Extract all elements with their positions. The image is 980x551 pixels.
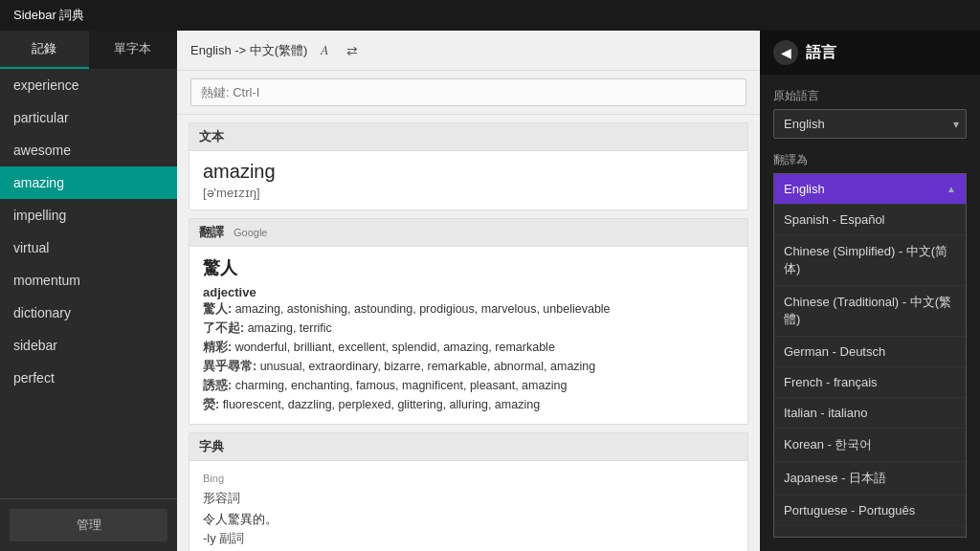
sidebar-item[interactable]: virtual (0, 231, 177, 264)
translation-line: 異乎尋常: unusual, extraordinary, bizarre, r… (203, 357, 734, 376)
sidebar-item[interactable]: sidebar (0, 329, 177, 362)
dict-source: Bing (203, 473, 734, 484)
lang-option[interactable]: English▲ (774, 174, 966, 205)
lang-option[interactable]: Korean - 한국어 (774, 429, 966, 462)
target-language-section: 翻譯為 English▲Spanish - EspañolChinese (Si… (773, 152, 967, 538)
content-header: English -> 中文(繁體) 𝐴 ⇄ (177, 31, 760, 71)
translation-section-content: 驚人 adjective 驚人: amazing, astonishing, a… (189, 247, 747, 424)
sidebar: 記錄 單字本 experienceparticularawesomeamazin… (0, 31, 177, 551)
lang-option[interactable]: Spanish - Español (774, 205, 966, 235)
sidebar-footer: 管理 (0, 498, 177, 551)
dict-entries: 形容詞令人驚異的。-ly 副詞可驚地，非常。 (203, 490, 734, 551)
app-title: Sidebar 詞典 (13, 7, 84, 24)
manage-button[interactable]: 管理 (10, 509, 167, 541)
translation-section: 翻譯 Google 驚人 adjective 驚人: amazing, asto… (189, 218, 748, 425)
search-input[interactable] (190, 78, 746, 106)
translation-section-header: 翻譯 Google (189, 219, 747, 247)
translation-line: 精彩: wonderful, brilliant, excellent, spl… (203, 338, 734, 357)
main-word: amazing (203, 161, 734, 183)
translation-line: 誘惑: charming, enchanting, famous, magnif… (203, 376, 734, 395)
translation-line: 熒: fluorescent, dazzling, perplexed, gli… (203, 395, 734, 414)
translated-word: 驚人 (203, 256, 734, 279)
sidebar-item[interactable]: experience (0, 69, 177, 101)
main-layout: 記錄 單字本 experienceparticularawesomeamazin… (0, 31, 980, 551)
scroll-indicator: ▲ (947, 184, 956, 194)
translation-line: 了不起: amazing, terrific (203, 319, 734, 338)
text-section-header: 文本 (189, 123, 747, 151)
back-button[interactable]: ◀ (773, 40, 798, 65)
source-language-select[interactable]: English (773, 109, 967, 139)
lang-option[interactable]: Portuguese - Português (774, 496, 966, 526)
lang-option[interactable]: Chinese (Simplified) - 中文(简体) (774, 235, 966, 286)
lang-option[interactable]: Chinese (Traditional) - 中文(繁體) (774, 286, 966, 337)
language-dropdown: English▲Spanish - EspañolChinese (Simpli… (773, 173, 967, 538)
source-lang-label: 原始語言 (773, 88, 967, 104)
dict-text: 令人驚異的。 (203, 509, 734, 530)
font-style-button[interactable]: 𝐴 (317, 40, 333, 60)
text-section: 文本 amazing [ə'meɪzɪŋ] (189, 122, 748, 210)
dict-section-content: Bing 形容詞令人驚異的。-ly 副詞可驚地，非常。 (189, 461, 747, 551)
dict-section-header: 字典 (189, 433, 747, 461)
phonetic: [ə'meɪzɪŋ] (203, 186, 734, 200)
language-direction: English -> 中文(繁體) (190, 42, 307, 59)
content-body: 文本 amazing [ə'meɪzɪŋ] 翻譯 Google 驚人 adjec… (177, 71, 760, 551)
right-panel-header: ◀ 語言 (760, 31, 980, 75)
source-lang-wrapper: English ▾ (773, 109, 967, 139)
title-bar: Sidebar 詞典 (0, 0, 980, 31)
translation-line: 驚人: amazing, astonishing, astounding, pr… (203, 299, 734, 319)
sidebar-item[interactable]: dictionary (0, 297, 177, 329)
search-bar (177, 71, 760, 115)
text-section-content: amazing [ə'meɪzɪŋ] (189, 151, 747, 209)
swap-language-button[interactable]: ⇄ (343, 41, 362, 60)
tab-vocabulary[interactable]: 單字本 (89, 31, 178, 69)
sidebar-item[interactable]: momentum (0, 264, 177, 297)
main-content: English -> 中文(繁體) 𝐴 ⇄ 文本 amazing [ə'meɪz… (177, 31, 760, 551)
sidebar-item[interactable]: awesome (0, 134, 177, 166)
sidebar-item[interactable]: perfect (0, 362, 177, 394)
lang-option[interactable]: French - français (774, 367, 966, 398)
dict-label: 字典 (199, 438, 224, 455)
target-lang-label: 翻譯為 (773, 152, 967, 168)
sidebar-list: experienceparticularawesomeamazingimpell… (0, 69, 177, 498)
sidebar-item[interactable]: impelling (0, 199, 177, 231)
right-panel: ◀ 語言 原始語言 English ▾ 翻譯為 English▲Spanish … (760, 31, 980, 551)
text-section-label: 文本 (199, 128, 224, 145)
sidebar-item[interactable]: particular (0, 101, 177, 134)
dict-pos: -ly 副詞 (203, 530, 734, 547)
lang-option[interactable]: Italian - italiano (774, 398, 966, 429)
translation-label: 翻譯 (199, 224, 224, 241)
tab-history[interactable]: 記錄 (0, 31, 89, 69)
translation-source: Google (234, 227, 267, 238)
right-panel-body: 原始語言 English ▾ 翻譯為 English▲Spanish - Esp… (760, 75, 980, 551)
lang-option[interactable]: German - Deutsch (774, 337, 966, 367)
dict-pos: 形容詞 (203, 490, 734, 507)
sidebar-item[interactable]: amazing (0, 166, 177, 199)
source-language-section: 原始語言 English ▾ (773, 88, 967, 139)
translation-lines: 驚人: amazing, astonishing, astounding, pr… (203, 299, 734, 414)
part-of-speech: adjective (203, 285, 734, 299)
sidebar-tabs: 記錄 單字本 (0, 31, 177, 69)
dictionary-section: 字典 Bing 形容詞令人驚異的。-ly 副詞可驚地，非常。 (189, 432, 748, 551)
right-panel-title: 語言 (806, 43, 836, 63)
lang-option[interactable]: Japanese - 日本語 (774, 462, 966, 496)
